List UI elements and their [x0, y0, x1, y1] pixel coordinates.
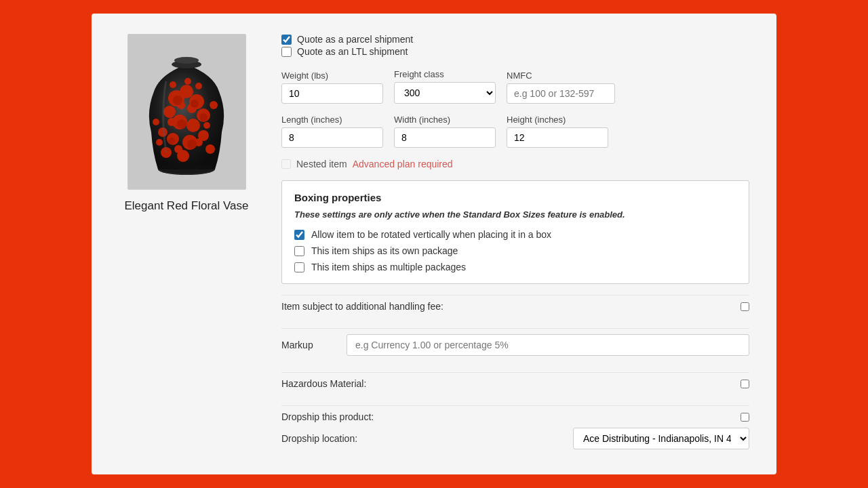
handling-fee-checkbox[interactable]	[741, 302, 749, 311]
product-image-container	[127, 34, 246, 190]
nested-item-checkbox	[281, 159, 291, 169]
quote-parcel-label[interactable]: Quote as a parcel shipment	[297, 34, 413, 45]
svg-point-14	[205, 144, 215, 154]
svg-point-9	[186, 119, 200, 132]
height-input[interactable]	[507, 127, 608, 148]
quote-ltl-checkbox[interactable]	[281, 47, 292, 57]
handling-fee-row: Item subject to additional handling fee:	[281, 295, 749, 317]
svg-point-21	[174, 145, 182, 153]
multiple-packages-row: This item ships as multiple packages	[294, 262, 736, 272]
dropship-location-row: Dropship location: Ace Distributing - In…	[281, 428, 749, 449]
svg-point-34	[199, 113, 208, 121]
nmfc-label: NMFC	[507, 70, 615, 81]
svg-point-6	[163, 106, 176, 118]
markup-row: Markup	[281, 328, 749, 361]
length-label: Length (inches)	[281, 115, 383, 125]
quote-parcel-checkbox[interactable]	[281, 35, 292, 45]
svg-point-31	[177, 119, 186, 129]
svg-point-19	[167, 118, 176, 126]
rotate-label[interactable]: Allow item to be rotated vertically when…	[311, 229, 551, 240]
svg-point-24	[210, 101, 218, 109]
nmfc-input[interactable]	[507, 83, 615, 104]
nested-item-row: Nested item Advanced plan required	[281, 159, 749, 169]
quote-ltl-row: Quote as an LTL shipment	[281, 46, 749, 57]
svg-point-30	[191, 100, 199, 108]
freight-class-group: Freight class 300 50 55 60 65 70 85 100 …	[394, 69, 496, 104]
own-package-row: This item ships as its own package	[294, 245, 736, 256]
left-panel: Elegant Red Floral Vase	[119, 34, 254, 454]
dropship-product-label: Dropship this product:	[281, 411, 374, 422]
svg-point-27	[195, 83, 202, 89]
freight-class-select[interactable]: 300 50 55 60 65 70 85 100 125 150 175 20…	[394, 82, 496, 104]
own-package-label[interactable]: This item ships as its own package	[311, 245, 458, 256]
length-input[interactable]	[281, 127, 383, 148]
boxing-properties-box: Boxing properties These settings are onl…	[281, 180, 749, 284]
height-group: Height (inches)	[507, 115, 608, 148]
width-label: Width (inches)	[394, 115, 496, 125]
svg-point-22	[203, 122, 210, 129]
hazardous-label: Hazardous Material:	[281, 378, 366, 389]
multiple-packages-checkbox[interactable]	[294, 262, 304, 272]
width-group: Width (inches)	[394, 115, 496, 148]
rotate-checkbox[interactable]	[294, 230, 304, 240]
dropship-product-row: Dropship this product:	[281, 411, 749, 422]
multiple-packages-label[interactable]: This item ships as multiple packages	[311, 262, 466, 272]
height-label: Height (inches)	[507, 115, 608, 125]
length-group: Length (inches)	[281, 115, 383, 148]
product-settings-card: Elegant Red Floral Vase Quote as a parce…	[92, 14, 776, 474]
quote-parcel-row: Quote as a parcel shipment	[281, 34, 749, 45]
svg-point-4	[180, 85, 193, 98]
svg-point-29	[173, 96, 182, 105]
svg-point-35	[159, 164, 214, 174]
weight-freight-row: Weight (lbs) Freight class 300 50 55 60 …	[281, 69, 749, 104]
right-panel: Quote as a parcel shipment Quote as an L…	[281, 34, 749, 454]
dropship-location-label: Dropship location:	[281, 433, 357, 444]
width-input[interactable]	[394, 127, 496, 148]
dimensions-row: Length (inches) Width (inches) Height (i…	[281, 115, 749, 148]
hazardous-checkbox[interactable]	[741, 380, 749, 388]
dropship-location-select[interactable]: Ace Distributing - Indianapolis, IN 4625…	[573, 428, 749, 449]
svg-point-28	[170, 81, 176, 88]
product-name: Elegant Red Floral Vase	[124, 199, 248, 213]
svg-point-33	[168, 138, 175, 144]
weight-group: Weight (lbs)	[281, 70, 383, 104]
svg-point-25	[153, 119, 159, 125]
boxing-title: Boxing properties	[294, 192, 736, 203]
weight-input[interactable]	[281, 83, 383, 104]
hazardous-row: Hazardous Material:	[281, 372, 749, 394]
boxing-note: These settings are only active when the …	[294, 209, 736, 221]
product-image-svg	[139, 44, 234, 180]
svg-point-32	[187, 140, 197, 149]
svg-point-23	[156, 139, 163, 146]
freight-class-label: Freight class	[394, 69, 496, 79]
quote-ltl-label[interactable]: Quote as an LTL shipment	[297, 46, 408, 57]
markup-input[interactable]	[347, 334, 749, 356]
handling-fee-label: Item subject to additional handling fee:	[281, 301, 443, 312]
quote-options: Quote as a parcel shipment Quote as an L…	[281, 34, 749, 58]
svg-point-26	[184, 78, 191, 85]
rotate-row: Allow item to be rotated vertically when…	[294, 229, 736, 240]
nested-item-label: Nested item	[296, 159, 347, 169]
advanced-plan-badge: Advanced plan required	[353, 159, 453, 169]
svg-point-2	[174, 57, 199, 64]
dropship-section: Dropship this product: Dropship location…	[281, 405, 749, 449]
nmfc-group: NMFC	[507, 70, 615, 104]
markup-label: Markup	[281, 340, 336, 350]
dropship-product-checkbox[interactable]	[741, 413, 749, 422]
own-package-checkbox[interactable]	[294, 246, 304, 256]
weight-label: Weight (lbs)	[281, 70, 383, 81]
